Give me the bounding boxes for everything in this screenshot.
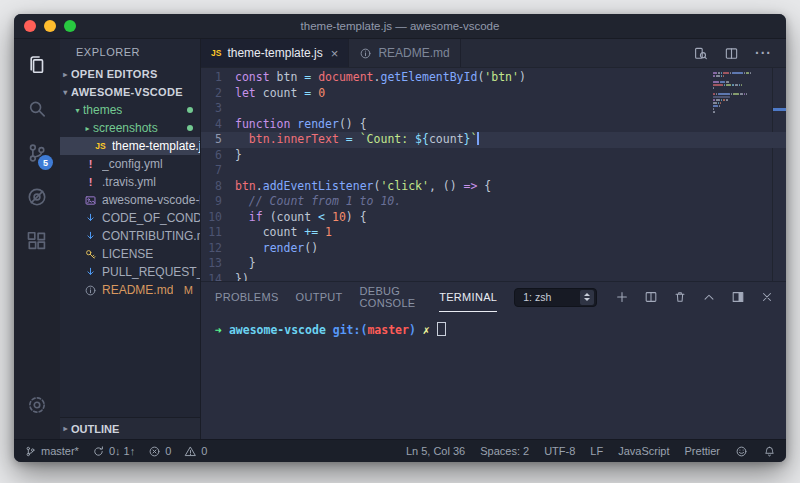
line-number: 2	[201, 86, 235, 102]
kill-terminal-icon[interactable]	[673, 290, 687, 304]
tree-item-label: README.md	[102, 283, 173, 297]
tree-item-label: awesome-vscode-logo...	[102, 193, 200, 207]
zoom-window-button[interactable]	[64, 20, 76, 32]
tree-item-label: theme-template.js	[112, 139, 200, 153]
sidebar-title: EXPLORER	[60, 39, 200, 65]
close-panel-icon[interactable]	[760, 290, 774, 304]
minimize-window-button[interactable]	[44, 20, 56, 32]
tree-item[interactable]: PULL_REQUEST_TEMP...	[60, 263, 200, 281]
tree-item[interactable]: awesome-vscode-logo...	[60, 191, 200, 209]
tree-item[interactable]: JStheme-template.js	[60, 137, 200, 155]
js-file-icon: JS	[211, 48, 221, 58]
activity-bar-debug[interactable]	[14, 175, 60, 219]
title-bar[interactable]: theme-template.js — awesome-vscode	[14, 14, 786, 39]
tree-item-label: PULL_REQUEST_TEMP...	[102, 265, 200, 279]
new-terminal-icon[interactable]	[615, 290, 629, 304]
editor-tab[interactable]: JStheme-template.js×	[201, 39, 349, 67]
file-tree: ▸OPEN EDITORS▾AWESOME-VSCODE▾themes▸scre…	[60, 65, 200, 417]
code-text: let count = 0	[235, 86, 325, 102]
section-label: AWESOME-VSCODE	[71, 86, 183, 98]
code-line: 2let count = 0	[201, 86, 786, 102]
code-text: const btn = document.getElementById('btn…	[235, 70, 526, 86]
more-actions-icon[interactable]: ···	[755, 45, 772, 61]
line-number: 5	[201, 132, 235, 148]
terminal-picker-dropdown[interactable]: 1: zsh	[514, 288, 597, 307]
chevron-right-icon: ▸	[82, 124, 93, 133]
panel-tab-debug-console[interactable]: DEBUG CONSOLE	[360, 282, 423, 312]
status-indicator[interactable]: Ln 5, Col 36	[406, 445, 465, 457]
status-indicator[interactable]: Spaces: 2	[480, 445, 529, 457]
minimap[interactable]	[713, 72, 771, 114]
tree-item[interactable]: README.mdM	[60, 281, 200, 299]
image-file-icon	[84, 194, 97, 207]
status-indicator[interactable]: UTF-8	[544, 445, 575, 457]
vscode-window: theme-template.js — awesome-vscode 5 EXP…	[14, 14, 786, 462]
outline-section[interactable]: ▸ OUTLINE	[60, 417, 200, 439]
smiley-icon	[735, 445, 748, 458]
status-warning[interactable]: 0	[184, 445, 207, 458]
explorer-sidebar: EXPLORER ▸OPEN EDITORS▾AWESOME-VSCODE▾th…	[60, 39, 201, 439]
split-editor-icon[interactable]	[724, 46, 739, 61]
status-indicator[interactable]: Prettier	[685, 445, 720, 457]
activity-bar-explorer[interactable]	[14, 43, 60, 87]
code-line: 9 // Count from 1 to 10.	[201, 194, 786, 210]
line-number: 6	[201, 148, 235, 164]
line-number: 13	[201, 256, 235, 272]
status-error[interactable]: 0	[148, 445, 171, 458]
tree-item[interactable]: !_config.yml	[60, 155, 200, 173]
activity-bar-extensions[interactable]	[14, 219, 60, 263]
tree-section-root-folder[interactable]: ▾AWESOME-VSCODE	[60, 83, 200, 101]
minimap-line	[713, 78, 771, 80]
line-number: 12	[201, 241, 235, 257]
tab-label: README.md	[378, 46, 449, 60]
md-file-icon	[84, 230, 97, 243]
status-indicator[interactable]: LF	[590, 445, 603, 457]
tree-section-open-editors[interactable]: ▸OPEN EDITORS	[60, 65, 200, 83]
terminal-output[interactable]: ➜ awesome-vscode git:(master) ✗	[201, 312, 786, 337]
panel-tab-output[interactable]: OUTPUT	[296, 282, 343, 312]
close-window-button[interactable]	[24, 20, 36, 32]
open-changes-icon[interactable]	[693, 46, 708, 61]
file-icon-wrap	[83, 230, 98, 243]
minimap-line	[713, 102, 771, 104]
status-label: JavaScript	[618, 445, 669, 457]
activity-bar-search[interactable]	[14, 87, 60, 131]
minimap-line	[713, 75, 771, 77]
status-label: 0	[201, 445, 207, 457]
settings-icon	[26, 394, 48, 416]
activity-bar-source-control[interactable]: 5	[14, 131, 60, 175]
line-number: 3	[201, 101, 235, 117]
status-branch[interactable]: master*	[24, 445, 79, 458]
maximize-panel-icon[interactable]	[702, 290, 716, 304]
line-number: 8	[201, 179, 235, 195]
status-label: 0↓ 1↑	[109, 445, 135, 457]
code-editor[interactable]: 1const btn = document.getElementById('bt…	[201, 68, 786, 281]
panel-layout-icon[interactable]	[731, 290, 745, 304]
panel-tab-terminal[interactable]: TERMINAL	[439, 282, 497, 312]
minimap-line	[713, 99, 771, 101]
tree-item[interactable]: !.travis.yml	[60, 173, 200, 191]
minimap-line	[713, 111, 771, 113]
terminal-cursor	[437, 322, 446, 336]
panel-header: PROBLEMSOUTPUTDEBUG CONSOLETERMINAL1: zs…	[201, 282, 786, 312]
tree-item[interactable]: ▾themes	[60, 101, 200, 119]
tree-item[interactable]: LICENSE	[60, 245, 200, 263]
code-line: 14})	[201, 272, 786, 282]
tree-item[interactable]: CODE_OF_CONDUCT....	[60, 209, 200, 227]
tree-item[interactable]: ▸screenshots	[60, 119, 200, 137]
status-label: UTF-8	[544, 445, 575, 457]
split-terminal-icon[interactable]	[644, 290, 658, 304]
panel-tab-problems[interactable]: PROBLEMS	[215, 282, 279, 312]
status-sync[interactable]: 0↓ 1↑	[92, 445, 135, 458]
status-smiley[interactable]	[735, 445, 748, 458]
code-line: 10 if (count < 10) {	[201, 210, 786, 226]
editor-tab[interactable]: README.md	[349, 39, 460, 67]
status-bell[interactable]	[763, 445, 776, 458]
bell-icon	[763, 445, 776, 458]
tree-item[interactable]: CONTRIBUTING.md	[60, 227, 200, 245]
editor-actions: ···	[693, 39, 786, 67]
close-tab-icon[interactable]: ×	[331, 46, 339, 61]
code-line: 6}	[201, 148, 786, 164]
activity-bar-settings[interactable]	[14, 383, 60, 427]
status-indicator[interactable]: JavaScript	[618, 445, 669, 457]
